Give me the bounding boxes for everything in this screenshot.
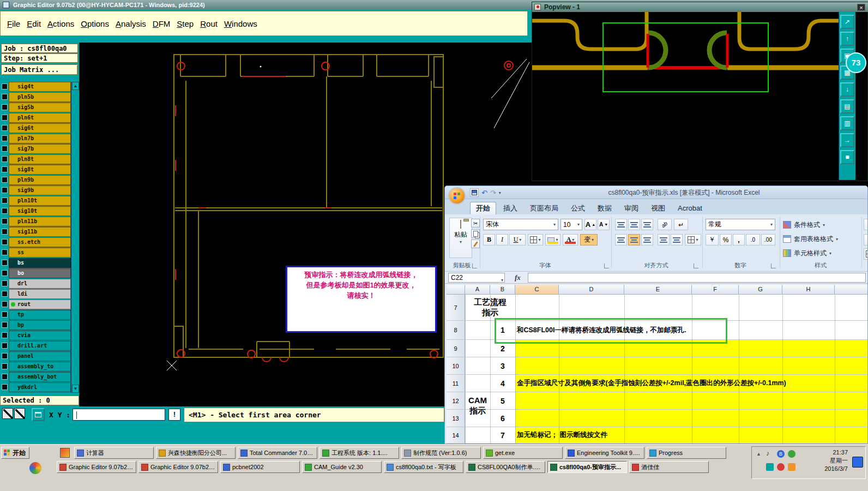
layer-name-bar[interactable]: sig10t — [9, 206, 71, 216]
layer-row[interactable]: assembly_to — [0, 362, 71, 372]
layer-visibility-checkbox[interactable] — [2, 94, 8, 100]
decrease-decimal-icon[interactable]: .00 — [761, 234, 775, 246]
row-header[interactable]: 13 — [447, 410, 465, 427]
popview-tool-icon[interactable]: → — [840, 133, 854, 147]
alignment-launcher-icon[interactable] — [694, 264, 698, 268]
layer-name-bar[interactable]: sig11b — [9, 227, 71, 237]
layer-name-bar[interactable]: cvia — [9, 331, 71, 340]
align-bottom-icon[interactable] — [641, 219, 653, 230]
layer-row[interactable]: panel — [0, 351, 71, 361]
layer-name-bar[interactable]: sig7b — [9, 144, 71, 154]
layer-visibility-checkbox[interactable] — [2, 363, 8, 369]
row-header[interactable]: 11 — [447, 375, 465, 392]
layer-name-bar[interactable]: bo — [9, 268, 71, 278]
popview-title-bar[interactable]: Popview - 1 — [532, 2, 868, 12]
layer-row[interactable]: cvia — [0, 331, 71, 340]
merged-cell-cam-label[interactable]: CAM指示 — [465, 395, 490, 416]
wrap-text-icon[interactable]: ↵ — [674, 219, 688, 230]
layer-row[interactable]: sig10t — [0, 206, 71, 216]
cut-icon[interactable]: ✂ — [471, 219, 480, 227]
layer-row[interactable]: bo — [0, 268, 71, 278]
layer-visibility-checkbox[interactable] — [2, 384, 8, 390]
fill-color-icon[interactable]: ▾ — [545, 234, 560, 246]
layer-visibility-checkbox[interactable] — [2, 135, 8, 141]
decrease-indent-icon[interactable] — [658, 234, 670, 246]
sheet-row[interactable]: 9 2 — [447, 340, 868, 357]
name-box[interactable]: C22▾ — [448, 273, 505, 283]
layer-row[interactable]: pln5b — [0, 92, 71, 102]
task-button[interactable]: 制作规范 (Ver:1.0.6) — [401, 447, 481, 459]
layer-name-bar[interactable]: pln8t — [9, 154, 71, 164]
layer-visibility-checkbox[interactable] — [2, 280, 8, 286]
layer-name-bar[interactable]: sig5b — [9, 103, 71, 112]
menu-item[interactable]: Options — [81, 19, 109, 28]
percent-icon[interactable]: % — [720, 234, 732, 246]
orientation-icon[interactable]: ab — [658, 219, 672, 230]
align-right-icon[interactable] — [641, 234, 653, 246]
task-button[interactable]: cs8fl00qa0.txt - 写字板 — [384, 461, 463, 473]
increase-decimal-icon[interactable]: .0 — [746, 234, 760, 246]
font-color-icon[interactable]: A▾ — [563, 234, 578, 246]
currency-icon[interactable]: ￥ — [706, 234, 719, 246]
task-button[interactable]: 兴森快捷衡阳分公司... — [156, 447, 236, 459]
font-name-combo[interactable]: 宋体▾ — [483, 219, 558, 230]
style-button[interactable]: 单元格样式 ▾ — [783, 247, 831, 259]
cell-c[interactable]: 加无铅标记； 图示断线按文件 — [517, 427, 607, 443]
menu-item[interactable]: Edit — [27, 19, 41, 28]
layer-name-bar[interactable]: ss.etch — [9, 237, 71, 247]
popview-tool-icon[interactable]: ↓ — [840, 82, 854, 97]
undo-icon[interactable]: ↶ — [481, 189, 487, 197]
layer-visibility-checkbox[interactable] — [2, 332, 8, 338]
merged-cell-process-label[interactable]: 工艺流程指示 — [465, 297, 515, 318]
red-status-icon[interactable] — [777, 463, 785, 471]
layer-name-bar[interactable]: ss — [9, 248, 71, 258]
task-button[interactable]: 酒佳佳 — [629, 461, 709, 473]
sheet-row[interactable]: 10 3 — [447, 357, 868, 375]
font-launcher-icon[interactable] — [604, 264, 609, 268]
layer-row[interactable]: drl — [0, 279, 71, 289]
layer-name-bar[interactable]: pln10t — [9, 196, 71, 206]
layer-name-bar[interactable]: ldi — [9, 289, 71, 299]
font-size-combo[interactable]: 10▾ — [560, 219, 582, 230]
task-button[interactable]: pcbnet2002 — [220, 461, 300, 473]
bluetooth-icon[interactable]: B — [777, 450, 785, 458]
layer-row[interactable]: assembly_bot — [0, 372, 71, 382]
layer-visibility-checkbox[interactable] — [2, 249, 8, 255]
start-button[interactable]: 开始 — [1, 447, 29, 459]
layer-row[interactable]: sig9b — [0, 185, 71, 195]
cell-b[interactable]: 7 — [490, 427, 515, 443]
sheet-row[interactable]: 13 6 — [447, 410, 868, 427]
align-middle-icon[interactable] — [628, 219, 640, 230]
layer-name-bar[interactable]: pln9b — [9, 175, 71, 185]
green-status-icon[interactable] — [788, 450, 795, 458]
ribbon-tab[interactable]: 插入 — [498, 202, 523, 214]
sheet-row[interactable]: 11 4 金手指区域尺寸及其倒角要求(金手指蚀刻公差按+/-2mil,蓝色圈出的… — [447, 375, 868, 392]
column-header[interactable]: E — [624, 285, 692, 295]
layer-row[interactable]: sig4t — [0, 82, 71, 92]
ribbon-tab[interactable]: 审阅 — [619, 202, 644, 214]
command-warning-button[interactable]: ! — [168, 409, 180, 421]
align-top-icon[interactable] — [615, 219, 627, 230]
column-header[interactable]: G — [739, 285, 782, 295]
messenger-icon[interactable] — [766, 463, 774, 471]
layer-visibility-checkbox[interactable] — [2, 239, 8, 245]
layer-row[interactable]: pln9b — [0, 175, 71, 185]
quick-launch-icon-2[interactable] — [29, 462, 41, 474]
excel-title-bar[interactable]: cs8fl00qa0-预审指示.xls [兼容模式] - Microsoft E… — [445, 186, 868, 199]
copy-icon[interactable] — [471, 229, 480, 238]
menu-item[interactable]: File — [7, 19, 20, 28]
row-header[interactable]: 12 — [447, 392, 465, 409]
layer-row[interactable]: sig5b — [0, 103, 71, 112]
layer-name-bar[interactable]: rout — [9, 300, 71, 309]
format-cells-icon[interactable] — [864, 248, 868, 260]
layer-name-bar[interactable]: bs — [9, 258, 71, 268]
row-header[interactable]: 7 — [447, 295, 465, 320]
task-button[interactable]: 工程系统 版本: 1.1.... — [320, 447, 399, 459]
popview-tool-icon[interactable]: ↑ — [840, 32, 854, 46]
layer-visibility-checkbox[interactable] — [2, 218, 8, 224]
style-button[interactable]: 条件格式 ▾ — [783, 219, 825, 231]
zoom-tool-icon[interactable] — [14, 408, 25, 419]
popview-tool-icon[interactable]: ↗ — [840, 15, 854, 29]
layer-visibility-checkbox[interactable] — [2, 125, 8, 131]
cell-b[interactable]: 5 — [490, 392, 515, 409]
